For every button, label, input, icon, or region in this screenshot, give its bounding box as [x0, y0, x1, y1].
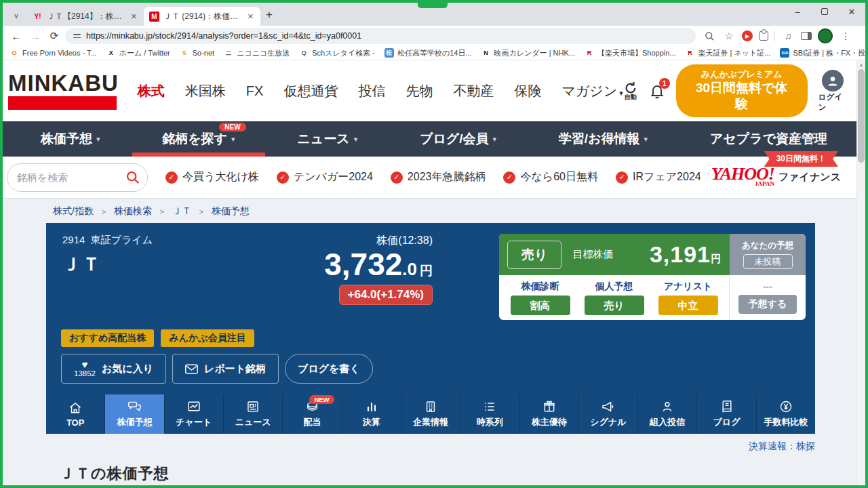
extensions-icon[interactable] — [759, 31, 768, 41]
person-icon — [660, 400, 674, 413]
media-control-icon[interactable]: ♫ — [781, 29, 795, 43]
close-tab-icon[interactable]: ✕ — [130, 11, 138, 22]
promo-link-2023[interactable]: ✓2023年急騰銘柄 — [391, 170, 486, 184]
minkabu-logo[interactable]: MINKABU — [8, 72, 119, 110]
bookmark-item[interactable]: N映画カレンダー | NHK... — [481, 48, 575, 58]
scroll-up-icon[interactable]: ▲ — [857, 60, 865, 67]
user-avatar-icon — [822, 70, 844, 92]
yahoo-finance-logo[interactable]: YAHOO! JAPAN ファイナンス — [711, 167, 848, 187]
metric-analyst[interactable]: アナリスト 中立 — [658, 281, 718, 315]
breadcrumb-stocks[interactable]: 株式/指数 — [53, 205, 94, 218]
tab-shareholder-benefits[interactable]: 株主優待 — [519, 394, 578, 434]
your-forecast-status[interactable]: 未投稿 — [743, 254, 793, 269]
nav-fx[interactable]: FX — [246, 83, 264, 99]
tab-kabuka-yoso[interactable]: 株価予想 — [104, 394, 163, 434]
browser-menu-icon[interactable]: ⋮ — [839, 29, 852, 43]
nav-learning[interactable]: 学習/お得情報▾ — [551, 121, 656, 157]
predict-button[interactable]: 予想する — [738, 295, 797, 314]
bookmark-item[interactable]: R楽天証券 | ネット証... — [686, 48, 771, 58]
tab-dividend[interactable]: NEW 配当 — [282, 394, 341, 434]
browser-tab-yahoo[interactable]: Y! ＪＴ【2914】：株価・株式情報 - ✕ — [27, 7, 144, 26]
tag-member-attention[interactable]: みんかぶ会員注目 — [161, 329, 254, 347]
login-button[interactable]: ログイン — [818, 70, 848, 113]
bookmark-item[interactable]: OFree Porn Videos - T... — [9, 48, 97, 58]
nav-futures[interactable]: 先物 — [406, 82, 433, 100]
nav-magazine[interactable]: マガジン▾ — [561, 82, 623, 100]
auto-refresh-button[interactable]: 自動 — [623, 81, 638, 102]
stock-code-market: 2914 東証プライム — [62, 234, 259, 247]
tab-earnings[interactable]: 決算 — [342, 394, 401, 434]
promo-link-irfair[interactable]: ✓IRフェア2024 — [616, 170, 701, 184]
minimize-button[interactable]: – — [784, 3, 811, 20]
nav-kabuka-yoso[interactable]: 株価予想▾ — [33, 121, 108, 157]
profile-avatar[interactable] — [818, 28, 833, 43]
breadcrumb-search[interactable]: 株価検索 — [114, 205, 152, 218]
address-bar: ← → ⟳ https://minkabu.jp/stock/2914/anal… — [3, 26, 865, 46]
tab-search-button[interactable]: ∨ — [7, 7, 26, 24]
kessan-sokuho-link[interactable]: 決算速報：株探 — [749, 441, 815, 451]
nav-funds[interactable]: 投信 — [358, 82, 385, 100]
back-button[interactable]: ← — [8, 28, 24, 44]
bookmark-item[interactable]: SBISBI証券 | 株・FX・投... — [780, 48, 865, 58]
bookmark-item[interactable]: R【楽天市場】Shoppin... — [585, 48, 676, 58]
promo-link-obake[interactable]: ✓今買う大化け株 — [165, 170, 259, 184]
metric-individual[interactable]: 個人予想 売り — [585, 281, 644, 315]
close-tab-icon[interactable]: ✕ — [246, 11, 255, 22]
write-blog-button[interactable]: ブログを書く — [285, 354, 373, 384]
tab-news[interactable]: ニュース — [223, 394, 282, 434]
nav-insurance[interactable]: 保険 — [514, 82, 541, 100]
tag-high-dividend[interactable]: おすすめ高配当株 — [61, 329, 154, 347]
url-input[interactable]: https://minkabu.jp/stock/2914/analysis?o… — [65, 28, 696, 44]
extension-red-icon[interactable]: ▶ — [742, 30, 753, 41]
tab-included-funds[interactable]: 組入投信 — [637, 394, 696, 434]
bookmark-item[interactable]: Xホーム / Twitter — [106, 48, 170, 58]
tab-top[interactable]: TOP — [46, 394, 104, 434]
nav-news[interactable]: ニュース▾ — [289, 121, 366, 157]
breadcrumb-forecast[interactable]: 株価予想 — [212, 205, 250, 218]
nav-realestate[interactable]: 不動産 — [453, 82, 494, 100]
browser-tab-minkabu[interactable]: M ＪＴ (2914)：株価予想・売買予想 ✕ — [144, 7, 260, 26]
check-icon: ✓ — [391, 171, 403, 184]
tab-chart[interactable]: チャート — [164, 394, 223, 434]
zoom-icon[interactable] — [703, 29, 716, 43]
nav-us-stocks[interactable]: 米国株 — [185, 82, 226, 100]
nav-stocks[interactable]: 株式 — [138, 82, 165, 100]
bookmark-item[interactable]: 松松任高等学校の14日... — [384, 48, 472, 58]
nav-crypto[interactable]: 仮想通貨 — [283, 82, 338, 100]
tab-blog[interactable]: ブログ — [696, 394, 755, 434]
bar-chart-icon — [365, 400, 378, 413]
newspaper-icon — [246, 400, 260, 413]
tab-fee-comparison[interactable]: 手数料比較 — [756, 394, 815, 434]
report-button[interactable]: レポート銘柄 — [172, 354, 279, 384]
breadcrumb-jt[interactable]: ＪＴ — [172, 205, 191, 218]
metric-diagnosis[interactable]: 株価診断 割高 — [511, 281, 570, 315]
search-icon[interactable] — [125, 170, 140, 184]
maximize-button[interactable] — [811, 3, 838, 20]
close-window-button[interactable]: ✕ — [838, 3, 865, 20]
new-tab-button[interactable]: + — [266, 8, 273, 22]
scrollbar-thumb[interactable] — [858, 69, 865, 163]
page-scrollbar[interactable]: ▲ — [856, 60, 865, 485]
nav-meigara-sagasu[interactable]: NEW銘柄を探す▾ — [154, 121, 243, 157]
promo-link-tenbagger[interactable]: ✓テンバガー2024 — [277, 170, 373, 184]
nav-blog-member[interactable]: ブログ/会員▾ — [412, 121, 505, 157]
site-info-icon[interactable] — [73, 34, 81, 38]
free-trial-ribbon: 30日間無料！ — [764, 151, 838, 167]
side-panel-icon[interactable] — [801, 32, 812, 40]
bookmark-star-icon[interactable]: ☆ — [722, 29, 736, 43]
promo-links: ✓今買う大化け株 ✓テンバガー2024 ✓2023年急騰銘柄 ✓今なら60日無料… — [165, 170, 701, 184]
promo-link-60days[interactable]: ✓今なら60日無料 — [503, 170, 598, 184]
bookmark-item[interactable]: QSchスレタイ検索 - — [299, 48, 375, 58]
favorite-button[interactable]: ♥13852 お気に入り — [61, 354, 166, 384]
premium-trial-button[interactable]: みんかぶプレミアム 30日間無料で体験 — [676, 64, 808, 117]
reload-button[interactable]: ⟳ — [46, 28, 62, 44]
forward-button[interactable]: → — [27, 28, 43, 44]
bookmark-item[interactable]: SSo-net — [180, 48, 214, 58]
tab-company-info[interactable]: 企業情報 — [401, 394, 460, 434]
tab-time-series[interactable]: 時系列 — [460, 394, 519, 434]
notifications-button[interactable]: 1 — [649, 83, 665, 99]
bookmark-item[interactable]: ニニコニコ生放送 — [224, 48, 290, 58]
tab-signal[interactable]: シグナル — [578, 394, 637, 434]
megaphone-icon — [601, 400, 615, 413]
home-icon — [68, 401, 82, 415]
